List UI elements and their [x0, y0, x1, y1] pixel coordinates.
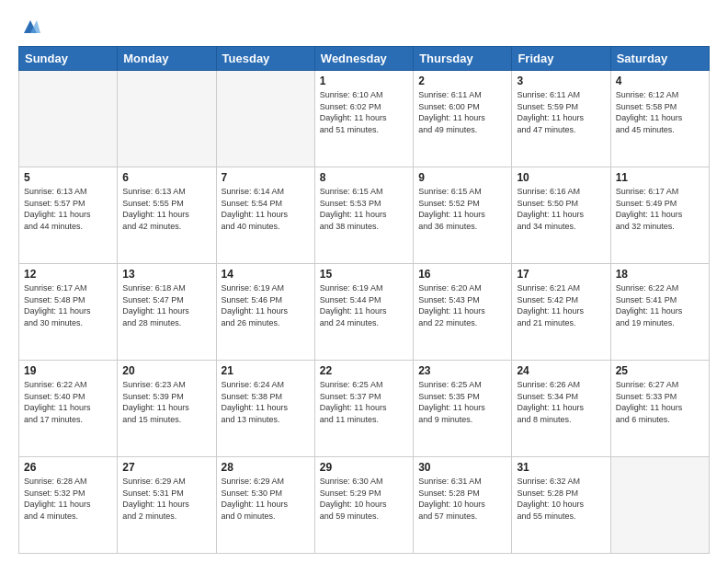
day-number: 20 [122, 364, 210, 377]
day-number: 26 [24, 461, 112, 474]
day-number: 16 [418, 268, 506, 281]
cell-info: Sunrise: 6:21 AMSunset: 5:42 PMDaylight:… [517, 282, 605, 328]
day-number: 23 [418, 364, 506, 377]
calendar-cell [610, 457, 709, 554]
cell-info: Sunrise: 6:30 AMSunset: 5:29 PMDaylight:… [320, 476, 408, 522]
cell-info: Sunrise: 6:13 AMSunset: 5:57 PMDaylight:… [24, 186, 112, 232]
cell-info: Sunrise: 6:27 AMSunset: 5:33 PMDaylight:… [616, 379, 704, 425]
calendar-cell [216, 71, 314, 167]
calendar-cell: 21Sunrise: 6:24 AMSunset: 5:38 PMDayligh… [216, 361, 314, 457]
day-number: 17 [517, 268, 605, 281]
cell-info: Sunrise: 6:20 AMSunset: 5:43 PMDaylight:… [418, 282, 506, 328]
weekday-header-row: SundayMondayTuesdayWednesdayThursdayFrid… [19, 47, 710, 71]
calendar-cell: 17Sunrise: 6:21 AMSunset: 5:42 PMDayligh… [512, 264, 610, 361]
cell-info: Sunrise: 6:18 AMSunset: 5:47 PMDaylight:… [122, 282, 210, 328]
cell-info: Sunrise: 6:31 AMSunset: 5:28 PMDaylight:… [418, 476, 506, 522]
cell-info: Sunrise: 6:29 AMSunset: 5:30 PMDaylight:… [222, 476, 310, 522]
week-row-5: 26Sunrise: 6:28 AMSunset: 5:32 PMDayligh… [19, 457, 710, 554]
calendar-cell: 5Sunrise: 6:13 AMSunset: 5:57 PMDaylight… [19, 167, 118, 264]
calendar-cell: 11Sunrise: 6:17 AMSunset: 5:49 PMDayligh… [610, 167, 709, 264]
weekday-header-thursday: Thursday [414, 47, 512, 71]
calendar-cell: 12Sunrise: 6:17 AMSunset: 5:48 PMDayligh… [19, 264, 118, 361]
week-row-4: 19Sunrise: 6:22 AMSunset: 5:40 PMDayligh… [19, 361, 710, 457]
calendar-cell: 13Sunrise: 6:18 AMSunset: 5:47 PMDayligh… [118, 264, 216, 361]
cell-info: Sunrise: 6:29 AMSunset: 5:31 PMDaylight:… [122, 476, 210, 522]
day-number: 6 [122, 171, 210, 184]
day-number: 24 [517, 364, 605, 377]
day-number: 5 [24, 171, 112, 184]
calendar-cell [118, 71, 216, 167]
day-number: 10 [517, 171, 605, 184]
cell-info: Sunrise: 6:13 AMSunset: 5:55 PMDaylight:… [122, 186, 210, 232]
header [18, 17, 710, 37]
cell-info: Sunrise: 6:11 AMSunset: 5:59 PMDaylight:… [517, 89, 605, 135]
day-number: 2 [418, 75, 506, 87]
calendar-cell: 1Sunrise: 6:10 AMSunset: 6:02 PMDaylight… [314, 71, 413, 167]
calendar-cell: 28Sunrise: 6:29 AMSunset: 5:30 PMDayligh… [216, 457, 314, 554]
day-number: 19 [24, 364, 112, 377]
day-number: 4 [616, 75, 704, 87]
cell-info: Sunrise: 6:14 AMSunset: 5:54 PMDaylight:… [222, 186, 310, 232]
cell-info: Sunrise: 6:22 AMSunset: 5:40 PMDaylight:… [24, 379, 112, 425]
day-number: 30 [418, 461, 506, 474]
cell-info: Sunrise: 6:23 AMSunset: 5:39 PMDaylight:… [122, 379, 210, 425]
day-number: 27 [122, 461, 210, 474]
cell-info: Sunrise: 6:25 AMSunset: 5:35 PMDaylight:… [418, 379, 506, 425]
calendar-cell: 19Sunrise: 6:22 AMSunset: 5:40 PMDayligh… [19, 361, 118, 457]
calendar-cell: 9Sunrise: 6:15 AMSunset: 5:52 PMDaylight… [414, 167, 512, 264]
day-number: 29 [320, 461, 408, 474]
calendar-cell: 20Sunrise: 6:23 AMSunset: 5:39 PMDayligh… [118, 361, 216, 457]
weekday-header-monday: Monday [118, 47, 216, 71]
day-number: 18 [616, 268, 704, 281]
day-number: 21 [222, 364, 310, 377]
calendar-cell: 30Sunrise: 6:31 AMSunset: 5:28 PMDayligh… [414, 457, 512, 554]
weekday-header-sunday: Sunday [19, 47, 118, 71]
cell-info: Sunrise: 6:11 AMSunset: 6:00 PMDaylight:… [418, 89, 506, 135]
day-number: 8 [320, 171, 408, 184]
calendar-cell: 22Sunrise: 6:25 AMSunset: 5:37 PMDayligh… [314, 361, 413, 457]
calendar-cell: 16Sunrise: 6:20 AMSunset: 5:43 PMDayligh… [414, 264, 512, 361]
day-number: 22 [320, 364, 408, 377]
calendar-cell: 3Sunrise: 6:11 AMSunset: 5:59 PMDaylight… [512, 71, 610, 167]
day-number: 11 [616, 171, 704, 184]
cell-info: Sunrise: 6:22 AMSunset: 5:41 PMDaylight:… [616, 282, 704, 328]
logo-icon [20, 17, 40, 37]
calendar-cell: 8Sunrise: 6:15 AMSunset: 5:53 PMDaylight… [314, 167, 413, 264]
cell-info: Sunrise: 6:17 AMSunset: 5:48 PMDaylight:… [24, 282, 112, 328]
calendar-cell: 31Sunrise: 6:32 AMSunset: 5:28 PMDayligh… [512, 457, 610, 554]
week-row-1: 1Sunrise: 6:10 AMSunset: 6:02 PMDaylight… [19, 71, 710, 167]
day-number: 9 [418, 171, 506, 184]
week-row-2: 5Sunrise: 6:13 AMSunset: 5:57 PMDaylight… [19, 167, 710, 264]
cell-info: Sunrise: 6:26 AMSunset: 5:34 PMDaylight:… [517, 379, 605, 425]
day-number: 28 [222, 461, 310, 474]
day-number: 25 [616, 364, 704, 377]
weekday-header-saturday: Saturday [610, 47, 709, 71]
page: SundayMondayTuesdayWednesdayThursdayFrid… [0, 0, 728, 563]
calendar-table: SundayMondayTuesdayWednesdayThursdayFrid… [18, 46, 710, 554]
cell-info: Sunrise: 6:12 AMSunset: 5:58 PMDaylight:… [616, 89, 704, 135]
cell-info: Sunrise: 6:16 AMSunset: 5:50 PMDaylight:… [517, 186, 605, 232]
calendar-cell: 2Sunrise: 6:11 AMSunset: 6:00 PMDaylight… [414, 71, 512, 167]
day-number: 13 [122, 268, 210, 281]
calendar-cell: 7Sunrise: 6:14 AMSunset: 5:54 PMDaylight… [216, 167, 314, 264]
day-number: 14 [222, 268, 310, 281]
cell-info: Sunrise: 6:15 AMSunset: 5:53 PMDaylight:… [320, 186, 408, 232]
calendar-cell: 14Sunrise: 6:19 AMSunset: 5:46 PMDayligh… [216, 264, 314, 361]
cell-info: Sunrise: 6:28 AMSunset: 5:32 PMDaylight:… [24, 476, 112, 522]
cell-info: Sunrise: 6:10 AMSunset: 6:02 PMDaylight:… [320, 89, 408, 135]
weekday-header-tuesday: Tuesday [216, 47, 314, 71]
calendar-cell: 29Sunrise: 6:30 AMSunset: 5:29 PMDayligh… [314, 457, 413, 554]
weekday-header-friday: Friday [512, 47, 610, 71]
day-number: 3 [517, 75, 605, 87]
day-number: 31 [517, 461, 605, 474]
day-number: 1 [320, 75, 408, 87]
day-number: 12 [24, 268, 112, 281]
calendar-cell: 18Sunrise: 6:22 AMSunset: 5:41 PMDayligh… [610, 264, 709, 361]
calendar-cell: 4Sunrise: 6:12 AMSunset: 5:58 PMDaylight… [610, 71, 709, 167]
calendar-cell [19, 71, 118, 167]
calendar-cell: 25Sunrise: 6:27 AMSunset: 5:33 PMDayligh… [610, 361, 709, 457]
calendar-cell: 6Sunrise: 6:13 AMSunset: 5:55 PMDaylight… [118, 167, 216, 264]
calendar-cell: 23Sunrise: 6:25 AMSunset: 5:35 PMDayligh… [414, 361, 512, 457]
calendar-cell: 27Sunrise: 6:29 AMSunset: 5:31 PMDayligh… [118, 457, 216, 554]
week-row-3: 12Sunrise: 6:17 AMSunset: 5:48 PMDayligh… [19, 264, 710, 361]
